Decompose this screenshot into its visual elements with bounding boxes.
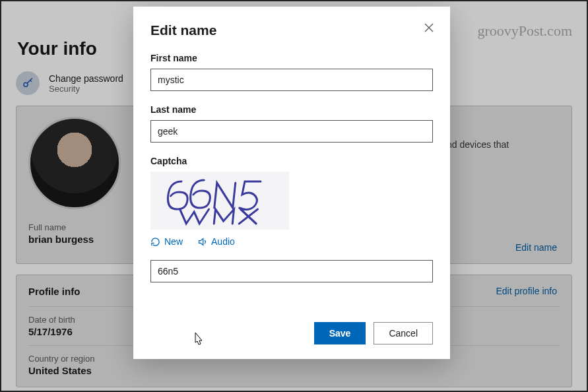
country-value: United States <box>28 365 560 376</box>
edit-name-dialog: Edit name First name Last name Captcha <box>133 7 450 359</box>
dialog-title: Edit name <box>150 22 433 38</box>
avatar <box>28 117 121 209</box>
security-sublabel: Security <box>49 84 123 94</box>
captcha-new-link[interactable]: New <box>150 236 183 247</box>
captcha-new-label: New <box>164 236 183 247</box>
first-name-input[interactable] <box>150 69 433 91</box>
captcha-image <box>150 172 289 230</box>
cancel-button[interactable]: Cancel <box>374 322 433 344</box>
captcha-input[interactable] <box>150 260 433 282</box>
close-button[interactable] <box>424 22 436 34</box>
captcha-label: Captcha <box>150 156 433 166</box>
edit-name-link[interactable]: Edit name <box>515 242 557 253</box>
watermark-text: groovyPost.com <box>477 22 572 40</box>
key-icon <box>16 71 40 95</box>
audio-icon <box>197 237 207 247</box>
edit-profile-link[interactable]: Edit profile info <box>496 286 557 296</box>
captcha-audio-link[interactable]: Audio <box>197 236 235 247</box>
refresh-icon <box>150 237 160 247</box>
last-name-label: Last name <box>150 104 433 115</box>
first-name-label: First name <box>150 53 433 63</box>
cursor-icon <box>191 331 205 347</box>
change-password-label: Change password <box>49 73 123 84</box>
save-button[interactable]: Save <box>314 322 366 344</box>
last-name-input[interactable] <box>150 120 433 143</box>
captcha-audio-label: Audio <box>211 236 235 247</box>
